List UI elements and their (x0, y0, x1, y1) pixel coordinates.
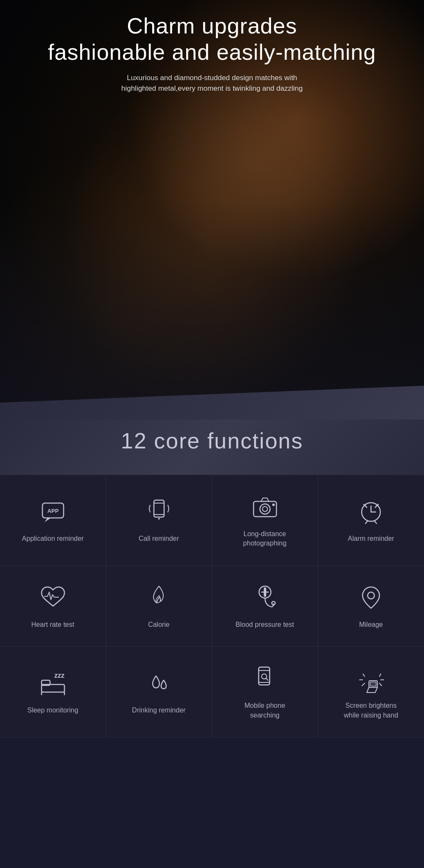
svg-line-33 (266, 678, 268, 680)
sleep-label: Sleep monitoring (27, 706, 78, 715)
raise-hand-label: Screen brightenswhile raising hand (344, 701, 398, 720)
phone-search-icon (250, 664, 280, 693)
svg-point-8 (260, 504, 270, 514)
feature-drinking: Drinking reminder (106, 647, 212, 737)
feature-call-reminder: Call reminder (106, 475, 212, 566)
hero-subtitle: Luxurious and diamond-studded design mat… (25, 72, 399, 94)
app-reminder-icon: APP (38, 497, 68, 526)
feature-heart-rate: Heart rate test (0, 566, 106, 647)
calorie-icon (144, 583, 174, 612)
svg-point-6 (158, 518, 160, 520)
alarm-label: Alarm reminder (348, 534, 394, 543)
feature-sleep: zzz Sleep monitoring (0, 647, 106, 737)
app-reminder-label: Application reminder (22, 534, 84, 543)
feature-phone-search: Mobile phonesearching (212, 647, 318, 737)
sleep-icon: zzz (38, 668, 68, 698)
blood-pressure-label: Blood pressure test (236, 620, 294, 629)
heart-rate-label: Heart rate test (31, 620, 74, 629)
hero-text-block: Charm upgrades fashionable and easily-ma… (0, 13, 424, 94)
svg-line-36 (363, 674, 365, 676)
svg-text:APP: APP (47, 508, 59, 514)
svg-line-41 (379, 683, 382, 686)
feature-app-reminder: APP Application reminder (0, 475, 106, 566)
alarm-icon (356, 497, 386, 526)
svg-marker-1 (45, 518, 51, 522)
svg-rect-35 (370, 682, 376, 686)
phone-search-label: Mobile phonesearching (244, 701, 285, 720)
call-reminder-label: Call reminder (139, 534, 179, 543)
svg-line-17 (374, 521, 377, 523)
svg-line-38 (362, 683, 365, 686)
raise-hand-icon (356, 664, 386, 693)
mileage-icon (356, 583, 386, 612)
svg-text:zzz: zzz (54, 672, 64, 679)
feature-calorie: Calorie (106, 566, 212, 647)
hero-title: Charm upgrades fashionable and easily-ma… (25, 13, 399, 66)
mileage-label: Mileage (359, 620, 383, 629)
photo-icon (250, 492, 280, 522)
feature-raise-hand: Screen brightenswhile raising hand (318, 647, 424, 737)
svg-point-10 (272, 504, 275, 506)
blood-pressure-icon (250, 583, 280, 612)
feature-photo: Long-distancephotographing (212, 475, 318, 566)
drinking-label: Drinking reminder (132, 706, 185, 715)
feature-mileage: Mileage (318, 566, 424, 647)
svg-point-23 (368, 592, 374, 599)
features-grid: APP Application reminder Call remind (0, 475, 424, 737)
call-reminder-icon (144, 497, 174, 526)
svg-line-39 (379, 674, 381, 676)
svg-point-22 (272, 601, 275, 605)
functions-section: 12 core functions APP Application remind… (0, 403, 424, 737)
photo-label: Long-distancephotographing (243, 529, 286, 548)
drinking-icon (144, 668, 174, 698)
calorie-label: Calorie (148, 620, 170, 629)
svg-point-9 (262, 506, 268, 512)
functions-header: 12 core functions (0, 403, 424, 475)
hero-section: Charm upgrades fashionable and easily-ma… (0, 0, 424, 403)
svg-line-16 (365, 521, 368, 523)
heart-rate-icon (38, 583, 68, 612)
feature-blood-pressure: Blood pressure test (212, 566, 318, 647)
feature-alarm: Alarm reminder (318, 475, 424, 566)
functions-title: 12 core functions (8, 428, 416, 453)
